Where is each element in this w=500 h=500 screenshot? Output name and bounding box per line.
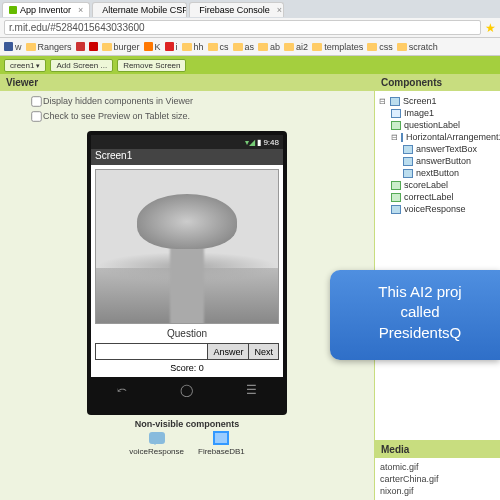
- tutorial-callout: This AI2 proj called PresidentsQ: [330, 270, 500, 360]
- battery-icon: ▮: [257, 138, 261, 147]
- answer-textbox[interactable]: [96, 344, 207, 359]
- tree-nextbutton[interactable]: nextButton: [379, 167, 496, 179]
- bookmark-item[interactable]: as: [233, 42, 255, 52]
- tree-questionlabel[interactable]: questionLabel: [379, 119, 496, 131]
- nonvis-firebase[interactable]: FirebaseDB1: [198, 431, 245, 456]
- bookmark-bar: w Rangers burger K i hh cs as ab ai2 tem…: [0, 38, 500, 56]
- bookmark-item[interactable]: hh: [182, 42, 204, 52]
- app-title-bar: Screen1: [91, 149, 283, 165]
- tree-scorelabel[interactable]: scoreLabel: [379, 179, 496, 191]
- component-tree: ⊟Screen1 Image1 questionLabel ⊟Horizonta…: [375, 91, 500, 440]
- components-title: Components: [375, 74, 500, 91]
- media-title: Media: [375, 441, 500, 458]
- callout-line: This AI2 proj: [344, 282, 496, 302]
- textbox-icon: [403, 145, 413, 154]
- bookmark-item[interactable]: i: [165, 42, 178, 52]
- nonvisible-title: Non-visible components: [0, 419, 374, 429]
- tree-answerbutton[interactable]: answerButton: [379, 155, 496, 167]
- image-icon: [391, 109, 401, 118]
- app-inventor-toolbar: creen1 Add Screen ... Remove Screen: [0, 56, 500, 74]
- recent-icon[interactable]: ☰: [246, 383, 257, 397]
- close-icon[interactable]: ×: [78, 5, 83, 15]
- tablet-label: Check to see Preview on Tablet size.: [43, 111, 190, 121]
- arrangement-icon: [401, 133, 403, 142]
- tree-answertextbox[interactable]: answerTextBox: [379, 143, 496, 155]
- signal-icon: ▾◢: [245, 138, 255, 147]
- callout-line: PresidentsQ: [344, 323, 496, 343]
- nonvis-voice[interactable]: voiceResponse: [129, 431, 184, 456]
- firebase-icon: [213, 431, 229, 445]
- bookmark-item[interactable]: K: [144, 42, 161, 52]
- address-bar[interactable]: r.mit.edu/#5284015643033600: [4, 20, 481, 35]
- bookmark-item[interactable]: scratch: [397, 42, 438, 52]
- phone-screen[interactable]: Question Answer Next Score: 0: [91, 165, 283, 377]
- tree-harrange[interactable]: ⊟HorizontalArrangement1: [379, 131, 496, 143]
- bookmark-item[interactable]: ai2: [284, 42, 308, 52]
- bookmark-item[interactable]: w: [4, 42, 22, 52]
- next-button[interactable]: Next: [248, 344, 278, 359]
- label-icon: [391, 181, 401, 190]
- android-soft-buttons: ⤺ ◯ ☰: [91, 383, 283, 397]
- button-icon: [403, 169, 413, 178]
- tree-screen1[interactable]: ⊟Screen1: [379, 95, 496, 107]
- bookmark-item[interactable]: [76, 42, 85, 51]
- bookmark-item[interactable]: [89, 42, 98, 51]
- bookmark-item[interactable]: Rangers: [26, 42, 72, 52]
- bookmark-item[interactable]: burger: [102, 42, 140, 52]
- button-icon: [403, 157, 413, 166]
- callout-line: called: [344, 302, 496, 322]
- hidden-label: Display hidden components in Viewer: [43, 96, 193, 106]
- home-icon[interactable]: ◯: [180, 383, 193, 397]
- media-item[interactable]: carterChina.gif: [380, 473, 495, 485]
- score-label[interactable]: Score: 0: [95, 363, 279, 373]
- close-icon[interactable]: ×: [277, 5, 282, 15]
- label-icon: [391, 121, 401, 130]
- bookmark-item[interactable]: css: [367, 42, 393, 52]
- bookmark-star-icon[interactable]: ★: [485, 21, 496, 35]
- collapse-icon[interactable]: ⊟: [391, 133, 398, 142]
- nonvisible-components: voiceResponse FirebaseDB1: [0, 431, 374, 456]
- add-screen-button[interactable]: Add Screen ...: [50, 59, 113, 72]
- tab-gmail[interactable]: Alternate Mobile CSP co...×: [92, 2, 187, 17]
- label-icon: [391, 193, 401, 202]
- image1[interactable]: [95, 169, 279, 324]
- tree-correctlabel[interactable]: correctLabel: [379, 191, 496, 203]
- back-icon[interactable]: ⤺: [117, 383, 127, 397]
- opt-hidden-row[interactable]: Display hidden components in Viewer: [30, 95, 344, 108]
- media-item[interactable]: atomic.gif: [380, 461, 495, 473]
- tab-firebase[interactable]: Firebase Console×: [189, 2, 284, 17]
- screen-icon: [390, 97, 400, 106]
- speech-icon: [149, 432, 165, 444]
- phone-mock: ▾◢ ▮ 9:48 Screen1 Question Answer Next S…: [87, 131, 287, 415]
- browser-tabs: App Inventor× Alternate Mobile CSP co...…: [0, 0, 500, 18]
- answer-button[interactable]: Answer: [207, 344, 248, 359]
- tree-image1[interactable]: Image1: [379, 107, 496, 119]
- bookmark-item[interactable]: templates: [312, 42, 363, 52]
- hidden-checkbox[interactable]: [31, 96, 41, 106]
- tts-icon: [391, 205, 401, 214]
- media-item[interactable]: nixon.gif: [380, 485, 495, 497]
- tab-app-inventor[interactable]: App Inventor×: [2, 2, 90, 17]
- media-list: atomic.gif carterChina.gif nixon.gif: [375, 458, 500, 500]
- bookmark-item[interactable]: cs: [208, 42, 229, 52]
- viewer-title: Viewer: [0, 74, 374, 91]
- viewer-panel: Viewer Display hidden components in View…: [0, 74, 374, 500]
- bookmark-item[interactable]: ab: [258, 42, 280, 52]
- media-panel: Media atomic.gif carterChina.gif nixon.g…: [375, 440, 500, 500]
- question-label[interactable]: Question: [95, 328, 279, 339]
- collapse-icon[interactable]: ⊟: [379, 97, 387, 106]
- opt-tablet-row[interactable]: Check to see Preview on Tablet size.: [30, 110, 344, 123]
- remove-screen-button[interactable]: Remove Screen: [117, 59, 186, 72]
- screen-selector[interactable]: creen1: [4, 59, 46, 72]
- status-bar: ▾◢ ▮ 9:48: [91, 135, 283, 149]
- address-bar-row: r.mit.edu/#5284015643033600 ★: [0, 18, 500, 38]
- tree-voiceresponse[interactable]: voiceResponse: [379, 203, 496, 215]
- status-time: 9:48: [263, 138, 279, 147]
- horizontal-arrangement: Answer Next: [95, 343, 279, 360]
- tablet-checkbox[interactable]: [31, 111, 41, 121]
